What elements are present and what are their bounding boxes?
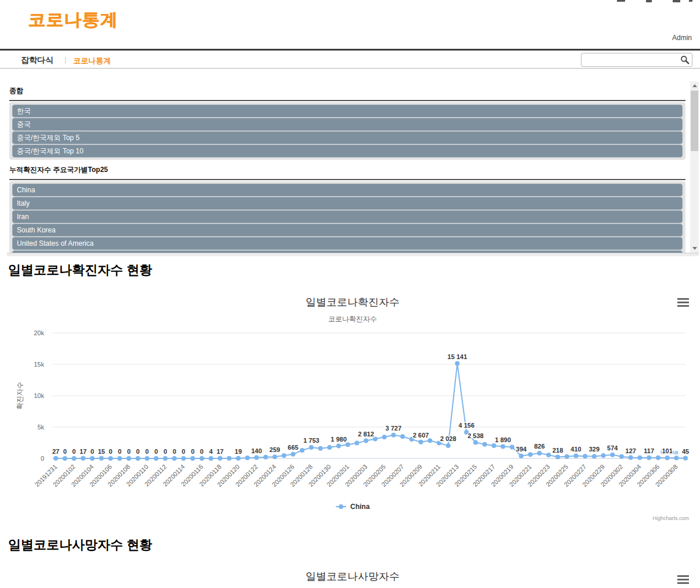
panel-horizontal-scrollbar[interactable] (7, 253, 699, 256)
data-point[interactable] (300, 448, 304, 453)
data-point[interactable] (647, 456, 651, 460)
data-point[interactable] (127, 456, 131, 461)
data-point[interactable] (135, 456, 140, 461)
data-point[interactable] (71, 456, 76, 461)
data-point[interactable] (209, 456, 213, 461)
legend-item-china[interactable]: China (336, 503, 370, 511)
data-point[interactable] (373, 437, 378, 442)
data-point[interactable] (181, 456, 186, 461)
data-label: 101 (662, 447, 672, 454)
data-point[interactable] (565, 454, 569, 459)
data-point[interactable] (592, 454, 597, 458)
data-point[interactable] (665, 456, 670, 460)
data-point[interactable] (619, 454, 624, 459)
data-point[interactable] (236, 456, 240, 461)
data-label: 45 (682, 448, 689, 455)
data-point[interactable] (53, 456, 58, 461)
data-point[interactable] (346, 442, 350, 447)
data-point[interactable] (191, 456, 195, 461)
data-point[interactable] (428, 438, 432, 443)
data-point[interactable] (364, 439, 368, 443)
data-point[interactable] (63, 456, 67, 461)
data-point[interactable] (501, 444, 505, 449)
data-point[interactable] (336, 444, 341, 449)
data-point[interactable] (491, 443, 496, 448)
data-point[interactable] (99, 456, 104, 461)
data-point[interactable] (473, 440, 478, 445)
scrollbar-thumb[interactable] (691, 91, 698, 151)
y-tick-label: 0 (41, 455, 44, 462)
country-button[interactable]: South Korea (12, 224, 683, 236)
country-button[interactable]: United States of America (12, 237, 683, 250)
country-button[interactable]: China (12, 184, 683, 196)
data-point[interactable] (327, 445, 332, 450)
data-point[interactable] (154, 456, 159, 461)
data-label: 0 (173, 448, 176, 455)
data-point[interactable] (245, 456, 250, 460)
data-point[interactable] (546, 453, 551, 457)
data-point[interactable] (674, 456, 679, 460)
data-point[interactable] (519, 454, 523, 458)
data-point[interactable] (574, 454, 579, 458)
data-label: 19 (235, 448, 242, 455)
data-point[interactable] (254, 456, 259, 460)
clipped-header-fragment (617, 0, 625, 2)
country-button[interactable]: Italy (12, 197, 683, 210)
data-point[interactable] (455, 361, 460, 366)
top25-button-group: ChinaItalyIranSouth KoreaUnited States o… (9, 181, 685, 256)
data-label: 4 (209, 448, 213, 455)
data-point[interactable] (81, 456, 85, 461)
data-point[interactable] (354, 441, 359, 446)
panel-vertical-scrollbar[interactable] (690, 81, 699, 253)
data-point[interactable] (482, 442, 487, 447)
data-point[interactable] (510, 445, 515, 450)
chart-context-menu-icon[interactable] (677, 575, 689, 584)
data-point[interactable] (446, 443, 451, 448)
data-point[interactable] (227, 456, 232, 461)
scrollbar-up-arrow[interactable] (690, 81, 699, 90)
data-point[interactable] (272, 454, 277, 459)
country-button[interactable]: Iran (12, 210, 683, 223)
data-point[interactable] (199, 456, 204, 461)
chart-context-menu-icon[interactable] (677, 298, 689, 307)
search-icon[interactable] (680, 55, 690, 64)
data-point[interactable] (656, 456, 660, 460)
nav-item-home[interactable]: 잡학다식 (21, 55, 53, 66)
data-point[interactable] (537, 451, 542, 456)
data-point[interactable] (318, 446, 323, 451)
data-point[interactable] (309, 445, 314, 450)
summary-button[interactable]: 중국/한국제외 Top 5 (12, 131, 683, 144)
data-point[interactable] (637, 456, 642, 460)
data-point[interactable] (418, 440, 423, 444)
search-input[interactable] (581, 53, 692, 66)
highcharts-credit[interactable]: Highcharts.com (652, 515, 689, 521)
scrollbar-down-arrow[interactable] (690, 244, 699, 253)
data-point[interactable] (528, 452, 533, 457)
data-point[interactable] (629, 456, 633, 460)
data-point[interactable] (263, 455, 268, 460)
summary-button[interactable]: 중국/한국제외 Top 10 (12, 145, 683, 157)
data-point[interactable] (400, 434, 405, 439)
data-point[interactable] (117, 456, 122, 461)
nav-item-corona-stats[interactable]: 코로나통계 (73, 56, 111, 66)
data-point[interactable] (90, 456, 95, 461)
data-point[interactable] (282, 453, 286, 458)
data-point[interactable] (683, 456, 688, 461)
data-point[interactable] (583, 454, 587, 458)
data-point[interactable] (610, 453, 615, 457)
data-point[interactable] (218, 456, 222, 461)
data-point[interactable] (291, 452, 296, 457)
data-point[interactable] (555, 455, 560, 460)
data-point[interactable] (601, 453, 606, 458)
data-point[interactable] (382, 435, 387, 439)
data-point[interactable] (172, 456, 177, 461)
data-point[interactable] (108, 456, 113, 461)
summary-button[interactable]: 중국 (12, 118, 683, 131)
data-point[interactable] (391, 433, 396, 438)
admin-link[interactable]: Admin (672, 34, 692, 42)
summary-button[interactable]: 한국 (12, 105, 683, 117)
data-point[interactable] (145, 456, 149, 461)
site-logo[interactable]: 코로나통계 (28, 8, 118, 32)
data-point[interactable] (163, 456, 168, 461)
clipped-header-fragment (673, 0, 680, 2)
